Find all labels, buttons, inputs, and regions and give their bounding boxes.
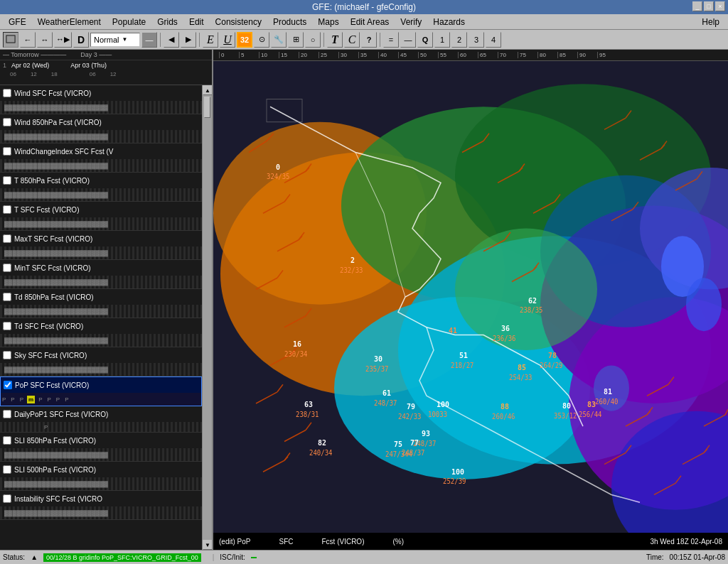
menu-gfe[interactable]: GFE — [3, 16, 32, 28]
number-32-button[interactable]: 32 — [237, 32, 252, 48]
layer-header-sli500[interactable]: SLI 500hPa Fcst (VICRO) — [0, 462, 202, 477]
menu-edit[interactable]: Edit — [183, 16, 210, 28]
layer-td850: Td 850hPa Fcst (VICRO) ▓▓▓▓▓▓▓▓▓▓▓▓▓▓▓▓▓… — [0, 289, 202, 318]
svg-text:264/29: 264/29 — [540, 361, 562, 369]
minimize-button[interactable]: _ — [692, 1, 702, 11]
ruler-40: 40 — [378, 52, 398, 58]
move-both-button[interactable]: ↔ — [37, 32, 53, 48]
window-controls[interactable]: _ □ × — [692, 1, 725, 11]
scroll-thumb[interactable] — [204, 97, 210, 118]
ruler-content: 0 5 10 15 20 25 30 35 40 45 50 55 60 65 … — [219, 52, 617, 58]
scroll-up-arrow[interactable]: ▲ — [203, 85, 212, 95]
layer-header-t850[interactable]: T 850hPa Fcst (VICRO) — [0, 173, 202, 188]
layer-check-tsfc[interactable] — [3, 205, 11, 214]
layer-check-tdsfc[interactable] — [3, 322, 11, 330]
c-button[interactable]: C — [344, 32, 360, 48]
layer-header-tsfc[interactable]: T SFC Fcst (VICRO) — [0, 202, 202, 217]
num2-button[interactable]: 2 — [451, 32, 467, 48]
layer-header-sky[interactable]: Sky SFC Fcst (VICRO) — [0, 347, 202, 363]
grid-button[interactable]: ⊞ — [288, 32, 304, 48]
timeline-header: — Tomorrow ———— Day 3 —— 1 Apr 02 (Wed) … — [0, 50, 212, 85]
layer-name-maxt: MaxT SFC Fcst (VICRO) — [14, 235, 92, 243]
menu-edit-areas[interactable]: Edit Areas — [345, 16, 395, 28]
map-sfc-label: SFC — [279, 538, 293, 546]
menu-populate[interactable]: Populate — [107, 16, 151, 28]
strip-label-td850: ▓▓▓▓▓▓▓▓▓▓▓▓▓▓▓▓▓▓▓▓▓▓▓▓▓ — [1, 308, 200, 315]
t-button[interactable]: T — [327, 32, 343, 48]
layer-scrollbar[interactable]: ▲ ▼ — [202, 85, 212, 550]
minus-button[interactable]: — — [141, 32, 157, 48]
scroll-down-arrow[interactable]: ▼ — [203, 540, 212, 550]
forward-button[interactable]: ▶ — [181, 32, 196, 48]
weather-map[interactable]: 0 324/35 2 232/33 16 230/34 30 235/37 63… — [213, 61, 728, 533]
layer-header-pop[interactable]: PoP SFC Fcst (VICRO) — [1, 377, 201, 393]
layer-check-wind-sfc[interactable] — [3, 89, 11, 97]
move-right-button[interactable]: ↔▶ — [54, 32, 72, 48]
menu-help[interactable]: Help — [696, 16, 725, 28]
oval-button[interactable]: ○ — [305, 32, 321, 48]
layer-header-instability[interactable]: Instability SFC Fcst (VICRO — [0, 491, 202, 506]
maximize-button[interactable]: □ — [704, 1, 714, 11]
layer-header-wind-850[interactable]: Wind 850hPa Fcst (VICRO) — [0, 114, 202, 130]
svg-text:41: 41 — [449, 326, 457, 335]
dropdown-arrow-icon: ▼ — [122, 36, 127, 43]
layer-check-t850[interactable] — [3, 176, 11, 185]
menu-grids[interactable]: Grids — [151, 16, 183, 28]
menu-verify[interactable]: Verify — [395, 16, 427, 28]
layer-check-windchange[interactable] — [3, 147, 11, 156]
layer-header-dailypop[interactable]: DailyPoP1 SFC Fcst (VICRO) — [0, 406, 202, 422]
help-icon-button[interactable]: ? — [361, 32, 377, 48]
layer-check-sli850[interactable] — [3, 436, 11, 445]
layer-header-wind-sfc[interactable]: Wind SFC Fcst (VICRO) — [0, 85, 202, 101]
layer-check-pop[interactable] — [4, 381, 12, 389]
dash-button[interactable]: — — [400, 32, 416, 48]
menu-products[interactable]: Products — [267, 16, 312, 28]
svg-text:254/33: 254/33 — [509, 373, 532, 381]
layer-header-sli850[interactable]: SLI 850hPa Fcst (VICRO) — [0, 433, 202, 448]
layer-header-maxt[interactable]: MaxT SFC Fcst (VICRO) — [0, 231, 202, 246]
num4-button[interactable]: 4 — [486, 32, 501, 48]
layer-instability: Instability SFC Fcst (VICRO ▓▓▓▓▓▓▓▓▓▓▓▓… — [0, 491, 202, 520]
close-button[interactable]: × — [715, 1, 725, 11]
map-canvas[interactable]: 0 324/35 2 232/33 16 230/34 30 235/37 63… — [213, 61, 728, 533]
svg-text:16: 16 — [293, 339, 301, 347]
ruler-50: 50 — [418, 52, 438, 58]
layer-header-mint[interactable]: MinT SFC Fcst (VICRO) — [0, 260, 202, 276]
layer-header-tdsfc[interactable]: Td SFC Fcst (VICRO) — [0, 318, 202, 334]
scroll-track[interactable] — [203, 95, 212, 540]
layer-strip-sli500: ▓▓▓▓▓▓▓▓▓▓▓▓▓▓▓▓▓▓▓▓▓▓▓▓▓ — [0, 477, 202, 490]
mode-dropdown[interactable]: Normal ▼ — [90, 33, 140, 47]
back-button[interactable]: ◀ — [164, 32, 179, 48]
q-button[interactable]: Q — [417, 32, 433, 48]
layer-strip-dailypop: P — [0, 422, 202, 432]
layer-check-instability[interactable] — [3, 494, 11, 503]
layer-check-sky[interactable] — [3, 351, 11, 359]
map-area[interactable]: 0 5 10 15 20 25 30 35 40 45 50 55 60 65 … — [213, 50, 728, 550]
strip-label-instability: ▓▓▓▓▓▓▓▓▓▓▓▓▓▓▓▓▓▓▓▓▓▓▓▓▓ — [1, 510, 200, 516]
layer-header-windchange[interactable]: WindChangeIndex SFC Fcst (V — [0, 143, 202, 159]
num1-button[interactable]: 1 — [434, 32, 450, 48]
equals-button[interactable]: = — [383, 32, 399, 48]
wrench-button[interactable]: 🔧 — [271, 32, 287, 48]
layer-check-dailypop[interactable] — [3, 410, 11, 418]
layer-check-sli500[interactable] — [3, 465, 11, 474]
circle-button[interactable]: ⊙ — [254, 32, 269, 48]
e-button[interactable]: E — [203, 32, 218, 48]
d-button[interactable]: D — [73, 32, 89, 48]
layer-check-mint[interactable] — [3, 264, 11, 272]
menu-hazards[interactable]: Hazards — [427, 16, 471, 28]
layer-strip-pop: P P P m P P P P — [1, 393, 201, 406]
menu-consistency[interactable]: Consistency — [210, 16, 267, 28]
status-label: Status: — [3, 553, 25, 561]
menu-weather-element[interactable]: WeatherElement — [32, 16, 107, 28]
layer-check-maxt[interactable] — [3, 234, 11, 243]
num3-button[interactable]: 3 — [469, 32, 484, 48]
layer-check-td850[interactable] — [3, 293, 11, 301]
layer-header-td850[interactable]: Td 850hPa Fcst (VICRO) — [0, 289, 202, 305]
layer-name-tdsfc: Td SFC Fcst (VICRO) — [14, 322, 83, 330]
u-button[interactable]: U — [220, 32, 235, 48]
select-mode-button[interactable] — [3, 32, 18, 48]
move-left-button[interactable]: ← — [20, 32, 36, 48]
layer-check-wind-850[interactable] — [3, 118, 11, 126]
menu-maps[interactable]: Maps — [312, 16, 344, 28]
